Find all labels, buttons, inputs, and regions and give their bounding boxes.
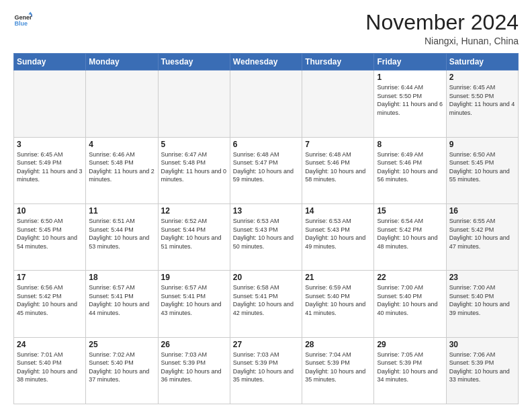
table-row: 15Sunrise: 6:54 AM Sunset: 5:42 PM Dayli… [374, 203, 446, 270]
header: General Blue November 2024 Niangxi, Huna… [13, 11, 519, 46]
day-number: 19 [161, 273, 227, 282]
calendar-week-1: 3Sunrise: 6:45 AM Sunset: 5:49 PM Daylig… [14, 137, 519, 203]
svg-text:Blue: Blue [14, 20, 28, 27]
day-number: 23 [449, 273, 515, 282]
table-row: 29Sunrise: 7:05 AM Sunset: 5:39 PM Dayli… [374, 337, 446, 404]
day-number: 8 [377, 140, 443, 149]
table-row [302, 71, 374, 137]
day-info: Sunrise: 6:46 AM Sunset: 5:48 PM Dayligh… [89, 150, 154, 184]
day-info: Sunrise: 7:06 AM Sunset: 5:39 PM Dayligh… [449, 351, 515, 384]
svg-text:General: General [14, 14, 32, 21]
day-info: Sunrise: 6:57 AM Sunset: 5:41 PM Dayligh… [89, 283, 154, 317]
table-row: 28Sunrise: 7:04 AM Sunset: 5:39 PM Dayli… [302, 337, 374, 404]
calendar-week-0: 1Sunrise: 6:44 AM Sunset: 5:50 PM Daylig… [14, 71, 519, 137]
table-row: 27Sunrise: 7:03 AM Sunset: 5:39 PM Dayli… [230, 337, 302, 404]
day-number: 2 [449, 73, 515, 82]
day-info: Sunrise: 6:53 AM Sunset: 5:43 PM Dayligh… [233, 217, 299, 250]
col-friday: Friday [374, 54, 446, 71]
day-number: 20 [233, 273, 299, 282]
day-number: 14 [305, 206, 371, 216]
table-row: 7Sunrise: 6:48 AM Sunset: 5:46 PM Daylig… [302, 137, 374, 203]
table-row: 1Sunrise: 6:44 AM Sunset: 5:50 PM Daylig… [374, 71, 446, 137]
day-info: Sunrise: 7:04 AM Sunset: 5:39 PM Dayligh… [305, 351, 371, 384]
table-row: 9Sunrise: 6:50 AM Sunset: 5:45 PM Daylig… [446, 137, 518, 203]
table-row: 19Sunrise: 6:57 AM Sunset: 5:41 PM Dayli… [158, 271, 230, 337]
logo: General Blue [13, 11, 32, 30]
day-info: Sunrise: 7:03 AM Sunset: 5:39 PM Dayligh… [161, 351, 227, 384]
table-row: 10Sunrise: 6:50 AM Sunset: 5:45 PM Dayli… [14, 203, 86, 270]
table-row: 22Sunrise: 7:00 AM Sunset: 5:40 PM Dayli… [374, 271, 446, 337]
col-monday: Monday [86, 54, 158, 71]
table-row: 16Sunrise: 6:55 AM Sunset: 5:42 PM Dayli… [446, 203, 518, 270]
day-info: Sunrise: 6:50 AM Sunset: 5:45 PM Dayligh… [449, 150, 515, 184]
table-row: 6Sunrise: 6:48 AM Sunset: 5:47 PM Daylig… [230, 137, 302, 203]
table-row: 18Sunrise: 6:57 AM Sunset: 5:41 PM Dayli… [86, 271, 158, 337]
calendar-week-2: 10Sunrise: 6:50 AM Sunset: 5:45 PM Dayli… [14, 203, 519, 270]
table-row [158, 71, 230, 137]
table-row [230, 71, 302, 137]
day-info: Sunrise: 6:48 AM Sunset: 5:47 PM Dayligh… [233, 150, 299, 184]
day-info: Sunrise: 6:57 AM Sunset: 5:41 PM Dayligh… [161, 283, 227, 317]
day-number: 25 [89, 340, 154, 349]
day-number: 30 [449, 340, 515, 349]
day-info: Sunrise: 6:45 AM Sunset: 5:50 PM Dayligh… [449, 83, 515, 117]
day-number: 1 [377, 73, 443, 82]
location: Niangxi, Hunan, China [365, 36, 519, 46]
day-number: 13 [233, 206, 299, 216]
day-info: Sunrise: 7:00 AM Sunset: 5:40 PM Dayligh… [449, 283, 515, 317]
col-tuesday: Tuesday [158, 54, 230, 71]
table-row: 24Sunrise: 7:01 AM Sunset: 5:40 PM Dayli… [14, 337, 86, 404]
day-info: Sunrise: 6:47 AM Sunset: 5:48 PM Dayligh… [161, 150, 227, 184]
day-number: 3 [17, 140, 83, 149]
day-number: 28 [305, 340, 371, 349]
day-number: 7 [305, 140, 371, 149]
day-number: 22 [377, 273, 443, 282]
calendar-week-3: 17Sunrise: 6:56 AM Sunset: 5:42 PM Dayli… [14, 271, 519, 337]
day-number: 12 [161, 206, 227, 216]
day-info: Sunrise: 6:58 AM Sunset: 5:41 PM Dayligh… [233, 283, 299, 317]
col-sunday: Sunday [14, 54, 86, 71]
title-block: November 2024 Niangxi, Hunan, China [365, 11, 519, 46]
table-row: 23Sunrise: 7:00 AM Sunset: 5:40 PM Dayli… [446, 271, 518, 337]
calendar-table: Sunday Monday Tuesday Wednesday Thursday… [13, 53, 519, 404]
day-number: 26 [161, 340, 227, 349]
calendar-header-row: Sunday Monday Tuesday Wednesday Thursday… [14, 54, 519, 71]
day-number: 6 [233, 140, 299, 149]
day-number: 27 [233, 340, 299, 349]
day-number: 4 [89, 140, 154, 149]
table-row: 14Sunrise: 6:53 AM Sunset: 5:43 PM Dayli… [302, 203, 374, 270]
day-info: Sunrise: 6:45 AM Sunset: 5:49 PM Dayligh… [17, 150, 83, 184]
table-row: 17Sunrise: 6:56 AM Sunset: 5:42 PM Dayli… [14, 271, 86, 337]
day-info: Sunrise: 6:55 AM Sunset: 5:42 PM Dayligh… [449, 217, 515, 250]
day-info: Sunrise: 7:03 AM Sunset: 5:39 PM Dayligh… [233, 351, 299, 384]
day-info: Sunrise: 6:48 AM Sunset: 5:46 PM Dayligh… [305, 150, 371, 184]
day-info: Sunrise: 7:00 AM Sunset: 5:40 PM Dayligh… [377, 283, 443, 317]
day-number: 11 [89, 206, 154, 216]
table-row: 11Sunrise: 6:51 AM Sunset: 5:44 PM Dayli… [86, 203, 158, 270]
day-number: 18 [89, 273, 154, 282]
calendar-week-4: 24Sunrise: 7:01 AM Sunset: 5:40 PM Dayli… [14, 337, 519, 404]
table-row: 8Sunrise: 6:49 AM Sunset: 5:46 PM Daylig… [374, 137, 446, 203]
day-number: 21 [305, 273, 371, 282]
svg-marker-2 [28, 11, 32, 14]
day-info: Sunrise: 6:49 AM Sunset: 5:46 PM Dayligh… [377, 150, 443, 184]
day-info: Sunrise: 6:54 AM Sunset: 5:42 PM Dayligh… [377, 217, 443, 250]
day-info: Sunrise: 7:05 AM Sunset: 5:39 PM Dayligh… [377, 351, 443, 384]
col-wednesday: Wednesday [230, 54, 302, 71]
table-row: 2Sunrise: 6:45 AM Sunset: 5:50 PM Daylig… [446, 71, 518, 137]
day-number: 24 [17, 340, 83, 349]
day-number: 15 [377, 206, 443, 216]
day-number: 17 [17, 273, 83, 282]
table-row: 4Sunrise: 6:46 AM Sunset: 5:48 PM Daylig… [86, 137, 158, 203]
table-row: 25Sunrise: 7:02 AM Sunset: 5:40 PM Dayli… [86, 337, 158, 404]
day-info: Sunrise: 6:52 AM Sunset: 5:44 PM Dayligh… [161, 217, 227, 250]
table-row: 21Sunrise: 6:59 AM Sunset: 5:40 PM Dayli… [302, 271, 374, 337]
day-info: Sunrise: 6:59 AM Sunset: 5:40 PM Dayligh… [305, 283, 371, 317]
day-number: 16 [449, 206, 515, 216]
table-row [86, 71, 158, 137]
col-thursday: Thursday [302, 54, 374, 71]
day-info: Sunrise: 6:44 AM Sunset: 5:50 PM Dayligh… [377, 83, 443, 117]
day-info: Sunrise: 6:53 AM Sunset: 5:43 PM Dayligh… [305, 217, 371, 250]
table-row: 20Sunrise: 6:58 AM Sunset: 5:41 PM Dayli… [230, 271, 302, 337]
day-info: Sunrise: 7:01 AM Sunset: 5:40 PM Dayligh… [17, 351, 83, 384]
